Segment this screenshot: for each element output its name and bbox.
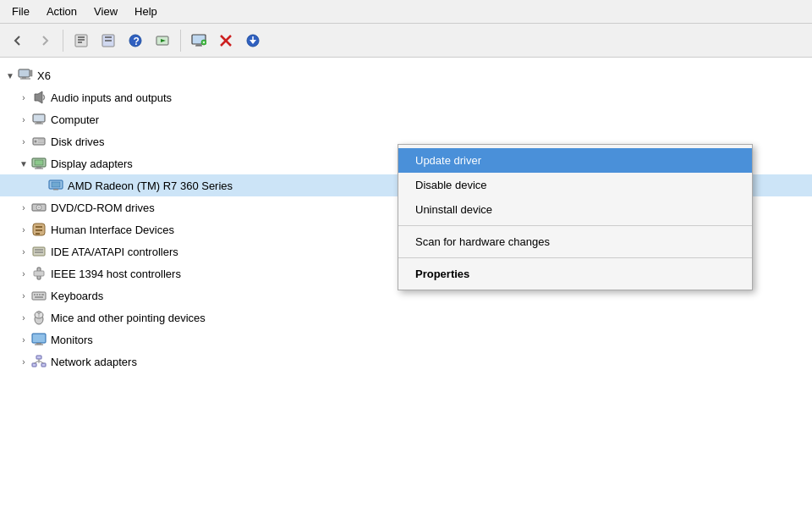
context-menu-properties[interactable]: Properties <box>398 262 752 286</box>
run-button[interactable] <box>150 28 175 53</box>
dvd-icon <box>30 199 47 216</box>
monitor-icon <box>30 331 47 348</box>
expand-mice[interactable]: › <box>17 311 30 324</box>
menu-file[interactable]: File <box>3 2 38 21</box>
svg-rect-66 <box>36 356 41 359</box>
expand-display[interactable]: ▼ <box>17 157 30 170</box>
svg-text:?: ? <box>134 36 140 47</box>
menu-help[interactable]: Help <box>126 2 166 21</box>
svg-rect-63 <box>32 334 46 343</box>
expand-audio[interactable]: › <box>17 91 30 104</box>
ieee-icon <box>30 265 47 282</box>
disk-icon <box>30 133 47 150</box>
tree-item-network[interactable]: › Network adapters <box>0 351 812 373</box>
expand-hid[interactable]: › <box>17 223 30 236</box>
audio-label: Audio inputs and outputs <box>51 91 172 104</box>
amd-label: AMD Radeon (TM) R7 360 Series <box>68 179 233 192</box>
svg-rect-58 <box>35 296 43 298</box>
expand-monitors[interactable]: › <box>17 333 30 346</box>
svg-rect-23 <box>22 77 26 79</box>
expand-keyboard[interactable]: › <box>17 289 30 302</box>
tree-item-computer[interactable]: › Computer <box>0 108 812 130</box>
menu-view[interactable]: View <box>85 2 126 21</box>
svg-marker-26 <box>35 91 42 103</box>
context-menu-separator-2 <box>398 257 752 258</box>
svg-rect-57 <box>41 294 44 295</box>
toolbar-separator-1 <box>63 30 63 52</box>
svg-rect-22 <box>19 69 30 77</box>
svg-rect-45 <box>36 226 42 228</box>
context-menu-separator-1 <box>398 225 752 226</box>
svg-rect-27 <box>33 114 45 122</box>
svg-rect-55 <box>36 294 38 295</box>
svg-rect-48 <box>33 247 45 256</box>
ieee-label: IEEE 1394 host controllers <box>51 268 181 280</box>
monitors-label: Monitors <box>51 334 93 346</box>
keyboard-label: Keyboards <box>51 290 103 302</box>
forward-button[interactable] <box>32 28 58 53</box>
audio-icon <box>30 89 47 106</box>
svg-rect-53 <box>32 292 46 300</box>
hid-icon <box>30 221 47 238</box>
svg-rect-56 <box>39 294 41 295</box>
svg-rect-68 <box>41 363 46 367</box>
context-menu: Update driver Disable device Uninstall d… <box>398 144 753 290</box>
dvd-label: DVD/CD-ROM drives <box>51 202 155 214</box>
back-button[interactable] <box>5 28 30 53</box>
tree-item-monitors[interactable]: › Monitors <box>0 329 812 351</box>
display-button[interactable] <box>186 28 211 53</box>
context-menu-disable-device[interactable]: Disable device <box>398 173 752 197</box>
root-label: X6 <box>37 69 51 82</box>
expand-dvd[interactable]: › <box>17 201 30 214</box>
svg-rect-28 <box>36 122 41 124</box>
toolbar-separator-2 <box>180 30 181 52</box>
svg-rect-39 <box>52 182 60 187</box>
svg-point-62 <box>38 312 41 314</box>
ide-label: IDE ATA/ATAPI controllers <box>51 246 178 258</box>
expand-network[interactable]: › <box>17 355 30 368</box>
disk-label: Disk drives <box>51 135 105 148</box>
context-menu-update-driver[interactable]: Update driver <box>398 148 752 173</box>
tree-item-mice[interactable]: › Mice and other pointing devices <box>0 306 812 329</box>
expand-disk[interactable]: › <box>17 135 30 148</box>
expand-ieee[interactable]: › <box>17 267 30 280</box>
hid-label: Human Interface Devices <box>51 224 174 236</box>
svg-rect-36 <box>36 167 41 168</box>
remove-button[interactable] <box>213 28 239 53</box>
svg-rect-40 <box>53 189 58 190</box>
mouse-icon <box>30 309 47 326</box>
svg-line-71 <box>39 361 44 363</box>
expand-ide[interactable]: › <box>17 245 30 258</box>
context-menu-scan-hardware[interactable]: Scan for hardware changes <box>398 229 752 254</box>
display-label: Display adapters <box>51 157 133 170</box>
computer-label: Computer <box>51 113 99 126</box>
expand-computer[interactable]: › <box>17 113 30 126</box>
network-label: Network adapters <box>51 356 137 368</box>
download-button[interactable] <box>240 28 266 53</box>
tree-root[interactable]: ▼ X6 <box>0 64 812 86</box>
svg-rect-52 <box>34 271 44 276</box>
svg-rect-64 <box>36 343 41 345</box>
svg-point-31 <box>35 141 37 143</box>
keyboard-icon <box>30 287 47 304</box>
svg-rect-35 <box>35 160 43 165</box>
display-adapter-icon <box>30 155 47 172</box>
svg-rect-46 <box>36 229 42 231</box>
computer-device-icon <box>30 111 47 128</box>
properties-list-button[interactable] <box>69 28 94 53</box>
context-menu-uninstall-device[interactable]: Uninstall device <box>398 197 752 222</box>
svg-rect-47 <box>36 233 40 235</box>
expand-root[interactable]: ▼ <box>3 69 17 82</box>
svg-line-70 <box>35 361 40 363</box>
svg-rect-25 <box>30 70 32 76</box>
computer-icon <box>17 67 34 84</box>
tree-item-audio[interactable]: › Audio inputs and outputs <box>0 86 812 108</box>
mice-label: Mice and other pointing devices <box>51 312 206 324</box>
network-icon <box>30 353 47 370</box>
menu-action[interactable]: Action <box>38 2 85 21</box>
help-button[interactable]: ? <box>123 28 148 53</box>
toolbar: ? <box>0 24 812 58</box>
show-hide-button[interactable] <box>96 28 121 53</box>
amd-icon <box>47 177 64 194</box>
svg-rect-0 <box>75 35 87 47</box>
